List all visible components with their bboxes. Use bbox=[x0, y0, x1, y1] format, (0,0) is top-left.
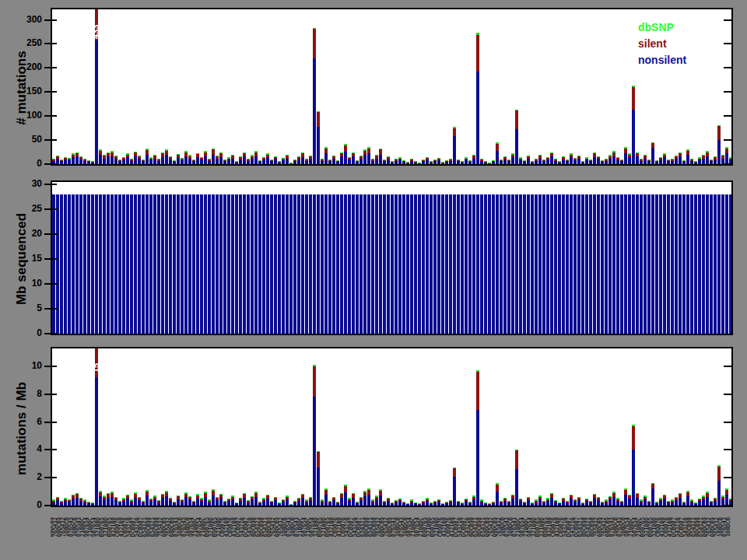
silent-segment bbox=[344, 145, 347, 152]
nonsilent-segment bbox=[468, 194, 472, 334]
silent-segment bbox=[204, 493, 207, 497]
bar bbox=[75, 493, 79, 506]
bar bbox=[297, 156, 300, 164]
bar bbox=[527, 497, 530, 506]
bar bbox=[445, 194, 448, 334]
nonsilent-segment bbox=[426, 501, 429, 506]
bar bbox=[212, 489, 215, 506]
nonsilent-segment bbox=[344, 152, 347, 164]
bar bbox=[367, 147, 370, 164]
silent-segment bbox=[570, 495, 573, 499]
silent-segment bbox=[406, 503, 409, 504]
nonsilent-segment bbox=[395, 502, 398, 506]
nonsilent-segment bbox=[177, 499, 180, 506]
silent-segment bbox=[628, 495, 631, 499]
bar bbox=[118, 159, 121, 164]
bar bbox=[647, 194, 651, 334]
dbsnp-segment bbox=[188, 496, 191, 497]
dbsnp-segment bbox=[694, 502, 697, 503]
bar bbox=[208, 194, 211, 334]
silent-segment bbox=[60, 160, 63, 161]
dbsnp-segment bbox=[231, 155, 234, 156]
dbsnp-segment bbox=[410, 499, 413, 500]
silent-segment bbox=[538, 156, 542, 159]
dbsnp-segment bbox=[60, 159, 63, 160]
bar bbox=[254, 151, 258, 164]
silent-segment bbox=[142, 160, 145, 161]
bar bbox=[647, 501, 651, 506]
silent-segment bbox=[196, 495, 199, 499]
nonsilent-segment bbox=[538, 499, 542, 506]
silent-segment bbox=[461, 503, 464, 504]
dbsnp-segment bbox=[655, 160, 658, 161]
nonsilent-segment bbox=[219, 498, 223, 506]
silent-segment bbox=[496, 144, 499, 151]
nonsilent-segment bbox=[216, 500, 219, 506]
bar bbox=[710, 194, 713, 334]
dbsnp-segment bbox=[122, 498, 125, 499]
bar bbox=[531, 194, 534, 334]
nonsilent-segment bbox=[402, 503, 405, 506]
nonsilent-segment bbox=[212, 155, 215, 164]
silent-segment bbox=[433, 160, 437, 161]
nonsilent-segment bbox=[503, 501, 507, 506]
bar bbox=[379, 194, 382, 334]
silent-segment bbox=[297, 157, 300, 159]
dbsnp-segment bbox=[515, 110, 518, 110]
bar bbox=[616, 157, 619, 164]
silent-segment bbox=[422, 502, 425, 502]
dbsnp-segment bbox=[644, 155, 647, 156]
nonsilent-segment bbox=[527, 159, 530, 164]
nonsilent-segment bbox=[441, 504, 444, 506]
dbsnp-segment bbox=[729, 157, 732, 158]
silent-segment bbox=[157, 159, 160, 160]
bar bbox=[558, 502, 561, 506]
dbsnp-segment bbox=[52, 159, 55, 159]
bar bbox=[441, 503, 444, 506]
dbsnp-segment bbox=[476, 370, 479, 373]
bar bbox=[445, 502, 448, 506]
y-tick-mark bbox=[44, 139, 57, 141]
nonsilent-segment bbox=[636, 498, 639, 506]
silent-segment bbox=[87, 502, 90, 503]
silent-segment bbox=[710, 160, 713, 161]
dbsnp-segment bbox=[134, 152, 137, 152]
bar bbox=[414, 194, 417, 334]
nonsilent-segment bbox=[332, 194, 335, 334]
dbsnp-segment bbox=[114, 156, 117, 156]
silent-segment bbox=[332, 156, 335, 159]
nonsilent-segment bbox=[293, 161, 296, 164]
nonsilent-segment bbox=[149, 501, 153, 506]
bar bbox=[208, 159, 211, 164]
silent-segment bbox=[153, 497, 156, 500]
bar bbox=[165, 194, 168, 334]
nonsilent-segment bbox=[402, 194, 405, 334]
nonsilent-segment bbox=[667, 161, 670, 164]
nonsilent-segment bbox=[278, 194, 281, 334]
y-tick-mark bbox=[44, 422, 57, 423]
dbsnp-segment bbox=[686, 491, 689, 492]
silent-segment bbox=[398, 499, 402, 501]
dbsnp-segment bbox=[647, 501, 651, 502]
dbsnp-segment bbox=[282, 158, 285, 159]
bar bbox=[91, 161, 94, 164]
silent-segment bbox=[83, 501, 86, 502]
nonsilent-segment bbox=[68, 502, 71, 506]
bar bbox=[258, 502, 261, 506]
nonsilent-segment bbox=[266, 499, 269, 506]
bar bbox=[503, 194, 507, 334]
nonsilent-segment bbox=[212, 495, 215, 506]
nonsilent-segment bbox=[383, 161, 386, 164]
bar bbox=[270, 159, 273, 164]
dbsnp-segment bbox=[196, 494, 199, 495]
nonsilent-segment bbox=[254, 156, 258, 165]
bar bbox=[336, 502, 339, 506]
silent-segment bbox=[130, 501, 133, 502]
mutation-count-chart bbox=[51, 8, 733, 166]
silent-segment bbox=[729, 159, 732, 160]
bar bbox=[114, 194, 117, 334]
silent-segment bbox=[523, 502, 526, 503]
dbsnp-segment bbox=[667, 159, 670, 160]
bar bbox=[671, 194, 674, 334]
dbsnp-segment bbox=[103, 495, 106, 496]
